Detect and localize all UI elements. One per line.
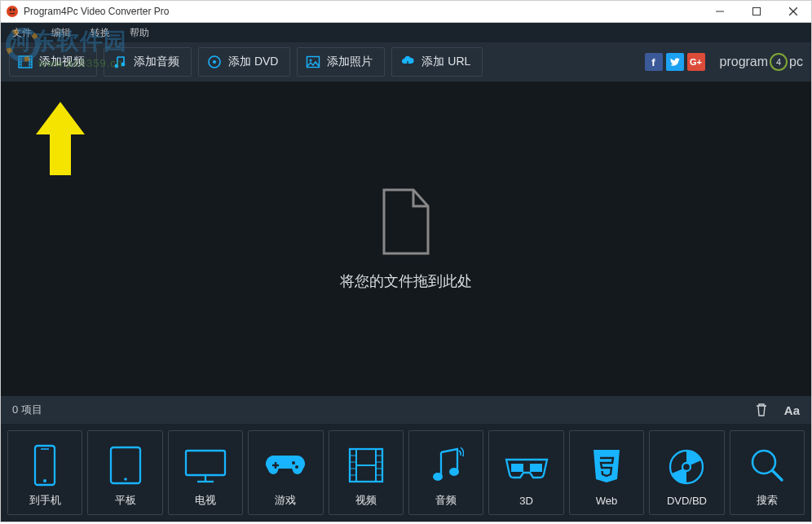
music-note-icon: [113, 55, 127, 69]
menu-edit[interactable]: 编辑: [51, 26, 71, 40]
file-placeholder-icon: [377, 187, 435, 257]
html5-icon: [589, 443, 624, 491]
window-controls: [701, 1, 811, 22]
svg-point-36: [295, 465, 298, 469]
svg-point-19: [121, 63, 126, 67]
minimize-button[interactable]: [701, 1, 738, 22]
facebook-icon[interactable]: f: [645, 53, 663, 71]
tv-icon: [183, 441, 228, 490]
image-icon: [306, 55, 320, 69]
category-dvd-bd[interactable]: DVD/BD: [649, 430, 724, 515]
menu-file[interactable]: 文件: [12, 26, 32, 40]
add-audio-button[interactable]: 添加音频: [104, 47, 192, 77]
maximize-button[interactable]: [738, 1, 774, 22]
brand-logo[interactable]: program 4 pc: [720, 53, 803, 71]
categories: 到手机 平板 电视 游戏 视频: [1, 424, 811, 522]
hint-arrow-icon: [32, 98, 89, 183]
music-icon: [428, 441, 464, 490]
gamepad-icon: [263, 441, 308, 490]
brand-pre: program: [720, 55, 769, 69]
category-tablet[interactable]: 平板: [87, 430, 162, 515]
category-game[interactable]: 游戏: [248, 430, 323, 515]
svg-point-1: [10, 9, 12, 11]
category-label: 游戏: [275, 493, 296, 508]
category-video[interactable]: 视频: [329, 430, 404, 515]
svg-point-51: [449, 468, 459, 476]
add-video-button[interactable]: 添加视频: [9, 47, 97, 77]
film-strip-icon: [346, 441, 386, 490]
svg-point-22: [213, 60, 216, 64]
category-3d[interactable]: 3D: [488, 430, 563, 515]
delete-button[interactable]: [755, 403, 768, 417]
category-tv[interactable]: 电视: [168, 430, 243, 515]
category-label: 搜索: [757, 493, 778, 508]
category-label: DVD/BD: [667, 495, 707, 507]
menu-convert[interactable]: 转换: [90, 26, 110, 40]
add-audio-label: 添加音频: [134, 55, 179, 69]
drop-zone-text: 将您的文件拖到此处: [340, 271, 472, 291]
3d-glasses-icon: [503, 443, 550, 491]
add-video-label: 添加视频: [39, 55, 85, 69]
category-label: 平板: [115, 493, 136, 508]
add-photo-label: 添加照片: [327, 55, 373, 69]
cloud-download-icon: [400, 55, 415, 69]
drop-zone[interactable]: 将您的文件拖到此处: [1, 81, 811, 396]
app-body: 河东软件园 www.pc0359.cn 文件 编辑 转换 帮助 添加视频 添加音…: [0, 23, 812, 522]
tablet-icon: [106, 441, 145, 490]
svg-rect-52: [511, 464, 523, 472]
add-photo-button[interactable]: 添加照片: [297, 47, 385, 77]
category-audio[interactable]: 音频: [408, 430, 483, 515]
category-label: 视频: [355, 493, 377, 508]
add-url-label: 添加 URL: [421, 55, 470, 69]
svg-point-0: [7, 6, 18, 17]
svg-rect-53: [530, 464, 542, 472]
category-label: Web: [596, 495, 618, 507]
svg-rect-25: [35, 446, 55, 485]
search-icon: [748, 441, 787, 490]
menubar: 文件 编辑 转换 帮助: [1, 23, 811, 42]
google-plus-icon[interactable]: G+: [687, 53, 705, 71]
category-label: 音频: [435, 493, 457, 508]
disc-icon: [207, 55, 222, 69]
disc-large-icon: [667, 443, 706, 491]
category-web[interactable]: Web: [569, 430, 644, 515]
category-to-phone[interactable]: 到手机: [7, 430, 82, 515]
twitter-icon[interactable]: [666, 53, 684, 71]
social-links: f G+: [645, 53, 705, 71]
brand-post: pc: [789, 55, 803, 69]
add-dvd-label: 添加 DVD: [228, 55, 278, 69]
svg-point-24: [310, 59, 312, 62]
status-bar: 0 项目 Aa: [1, 396, 811, 424]
toolbar: 添加视频 添加音频 添加 DVD 添加照片 添加 URL: [1, 42, 811, 81]
category-label: 电视: [195, 493, 216, 508]
brand-4-icon: 4: [770, 53, 788, 71]
svg-rect-4: [752, 8, 760, 15]
menu-help[interactable]: 帮助: [130, 26, 149, 40]
add-url-button[interactable]: 添加 URL: [391, 47, 483, 77]
svg-point-35: [292, 461, 295, 465]
svg-point-50: [433, 473, 443, 481]
svg-rect-30: [186, 451, 225, 475]
app-icon: [6, 5, 19, 18]
category-search[interactable]: 搜索: [730, 430, 805, 515]
category-label: 3D: [519, 495, 533, 507]
svg-point-26: [43, 479, 46, 482]
svg-point-2: [13, 9, 15, 11]
window-title: Program4Pc Video Converter Pro: [24, 6, 170, 17]
svg-line-57: [773, 471, 782, 480]
rename-button[interactable]: Aa: [784, 403, 800, 417]
add-dvd-button[interactable]: 添加 DVD: [198, 47, 290, 77]
phone-icon: [30, 441, 60, 490]
film-icon: [18, 55, 33, 69]
titlebar: Program4Pc Video Converter Pro: [0, 0, 812, 23]
svg-point-29: [124, 478, 127, 481]
items-count: 0 项目: [12, 403, 42, 417]
category-label: 到手机: [29, 493, 61, 508]
close-button[interactable]: [774, 1, 811, 22]
